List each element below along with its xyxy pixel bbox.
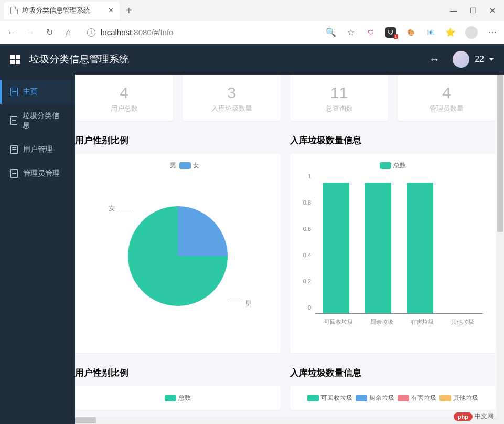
stats-row: 4 用户总数 3 入库垃圾数量 11 总查询数 4 管理员数量 — [75, 75, 496, 129]
chart-garbage-count-2: 入库垃圾数量信息 可回收垃圾 厨余垃圾 有害垃圾 其他垃圾 — [290, 362, 496, 410]
menu-grid-icon[interactable] — [10, 55, 20, 64]
close-tab-icon[interactable]: × — [109, 6, 113, 15]
scrollbar-thumb[interactable] — [497, 75, 503, 232]
chart-title: 入库垃圾数量信息 — [290, 129, 496, 154]
sidebar-item-garbage-info[interactable]: 垃圾分类信息 — [0, 104, 75, 137]
back-button[interactable]: ← — [6, 27, 17, 38]
sidebar-item-label: 管理员管理 — [23, 169, 60, 178]
bar-chart: 0 0.2 0.4 0.6 0.8 1 — [297, 172, 488, 335]
app: 垃圾分类信息管理系统 ⤢ 22 主页 垃圾分类信息 用户管理 — [0, 44, 504, 424]
chart-garbage-count: 入库垃圾数量信息 总数 0 0.2 0.4 0.6 0.8 — [290, 129, 496, 353]
document-icon — [10, 116, 17, 125]
leader-line — [227, 302, 243, 302]
site-info-icon[interactable]: i — [87, 28, 95, 37]
app-header: 垃圾分类信息管理系统 ⤢ 22 — [0, 44, 504, 75]
minimize-button[interactable]: — — [450, 6, 457, 15]
chart-title: 用户性别比例 — [75, 362, 281, 386]
app-body: 主页 垃圾分类信息 用户管理 管理员管理 4 用户总数 — [0, 75, 504, 424]
horizontal-scrollbar[interactable] — [75, 417, 497, 424]
swatch-icon — [380, 162, 391, 169]
stat-value: 4 — [80, 84, 168, 102]
bar — [365, 183, 391, 313]
stat-value: 11 — [295, 84, 383, 102]
legend-item[interactable]: 男 — [156, 161, 176, 170]
watermark: php 中文网 — [454, 412, 494, 421]
legend-item[interactable]: 有害垃圾 — [398, 394, 436, 402]
legend-item[interactable]: 总数 — [380, 161, 406, 170]
favorites-list-icon[interactable]: ⭐ — [445, 27, 456, 38]
extension-icon-2[interactable]: 🎨 — [405, 27, 416, 38]
swatch-icon — [179, 162, 191, 169]
url-input[interactable]: i localhost:8080/#/Info — [82, 26, 317, 39]
stat-value: 4 — [403, 84, 490, 102]
fullscreen-icon[interactable]: ⤢ — [428, 54, 441, 66]
sidebar-item-user-mgmt[interactable]: 用户管理 — [0, 137, 75, 162]
profile-icon[interactable] — [465, 26, 478, 39]
toolbar-icons: 🔍 ☆ 🛡 🗨1 🎨 📧 ⭐ ⋯ — [326, 26, 498, 39]
sidebar-item-home[interactable]: 主页 — [0, 80, 75, 104]
legend-item[interactable]: 厨余垃圾 — [356, 394, 394, 402]
app-title: 垃圾分类信息管理系统 — [29, 52, 129, 66]
browser-chrome: 垃圾分类信息管理系统 × + — ☐ ✕ ← → ↻ ⌂ i localhost… — [0, 0, 504, 44]
y-axis: 0 0.2 0.4 0.6 0.8 1 — [297, 183, 313, 314]
legend-item[interactable]: 其他垃圾 — [439, 394, 478, 402]
chart-card: 男 女 女 男 — [75, 154, 281, 353]
maximize-button[interactable]: ☐ — [470, 6, 477, 15]
scrollbar-thumb[interactable] — [75, 417, 96, 423]
search-icon[interactable]: 🔍 — [326, 27, 336, 38]
user-menu[interactable]: 22 — [453, 51, 494, 68]
chart-title: 用户性别比例 — [75, 129, 281, 154]
extension-icon[interactable]: 🗨1 — [385, 27, 396, 38]
sidebar-item-label: 用户管理 — [23, 145, 52, 154]
chart-card: 总数 — [75, 386, 281, 410]
pie-label-male: 男 — [245, 299, 252, 309]
document-icon — [10, 169, 18, 178]
forward-button[interactable]: → — [25, 27, 36, 38]
sidebar: 主页 垃圾分类信息 用户管理 管理员管理 — [0, 75, 75, 424]
ublock-ext-icon[interactable]: 🛡 — [366, 27, 376, 38]
close-window-button[interactable]: ✕ — [489, 6, 496, 15]
php-badge: php — [454, 412, 473, 421]
pie-slice — [128, 206, 228, 306]
legend-item[interactable]: 可回收垃圾 — [307, 394, 352, 402]
home-button[interactable]: ⌂ — [63, 27, 73, 38]
browser-tab[interactable]: 垃圾分类信息管理系统 × — [4, 2, 120, 19]
chart-card: 总数 0 0.2 0.4 0.6 0.8 1 — [290, 154, 496, 353]
chart-gender-ratio: 用户性别比例 男 女 女 男 — [75, 129, 281, 353]
sidebar-item-label: 主页 — [23, 87, 38, 97]
charts-row-2: 用户性别比例 总数 入库垃圾数量信息 可回收垃圾 厨余垃圾 有害垃圾 — [75, 362, 496, 418]
chart-title: 入库垃圾数量信息 — [290, 362, 496, 386]
chevron-down-icon — [489, 58, 494, 61]
stat-label: 用户总数 — [80, 104, 168, 113]
stat-label: 管理员数量 — [403, 104, 490, 113]
charts-row-1: 用户性别比例 男 女 女 男 — [75, 129, 496, 362]
watermark-text: 中文网 — [475, 412, 494, 421]
extension-icon-3[interactable]: 📧 — [425, 27, 436, 38]
new-tab-button[interactable]: + — [120, 5, 138, 17]
document-icon — [10, 145, 18, 154]
bar — [407, 183, 433, 313]
stat-card-queries: 11 总查询数 — [290, 75, 388, 121]
more-icon[interactable]: ⋯ — [487, 27, 498, 38]
chart-card: 可回收垃圾 厨余垃圾 有害垃圾 其他垃圾 — [290, 386, 496, 410]
avatar — [453, 51, 469, 68]
sidebar-item-admin-mgmt[interactable]: 管理员管理 — [0, 162, 75, 186]
chart-gender-ratio-2: 用户性别比例 总数 — [75, 362, 281, 410]
stat-card-users: 4 用户总数 — [75, 75, 173, 121]
stat-label: 入库垃圾数量 — [188, 104, 275, 113]
tab-bar: 垃圾分类信息管理系统 × + — ☐ ✕ — [0, 0, 504, 21]
legend-item[interactable]: 总数 — [165, 394, 191, 402]
favorite-icon[interactable]: ☆ — [346, 27, 356, 38]
swatch-icon — [156, 162, 168, 169]
legend: 总数 — [297, 159, 488, 172]
vertical-scrollbar[interactable] — [497, 75, 504, 424]
swatch-icon — [307, 395, 319, 401]
bar — [323, 183, 349, 313]
refresh-button[interactable]: ↻ — [44, 27, 55, 38]
main-content[interactable]: 4 用户总数 3 入库垃圾数量 11 总查询数 4 管理员数量 — [75, 75, 504, 424]
legend-item[interactable]: 女 — [179, 161, 199, 170]
stat-label: 总查询数 — [295, 104, 383, 113]
sidebar-item-label: 垃圾分类信息 — [23, 111, 65, 130]
page-icon — [10, 7, 18, 14]
swatch-icon — [439, 395, 451, 401]
